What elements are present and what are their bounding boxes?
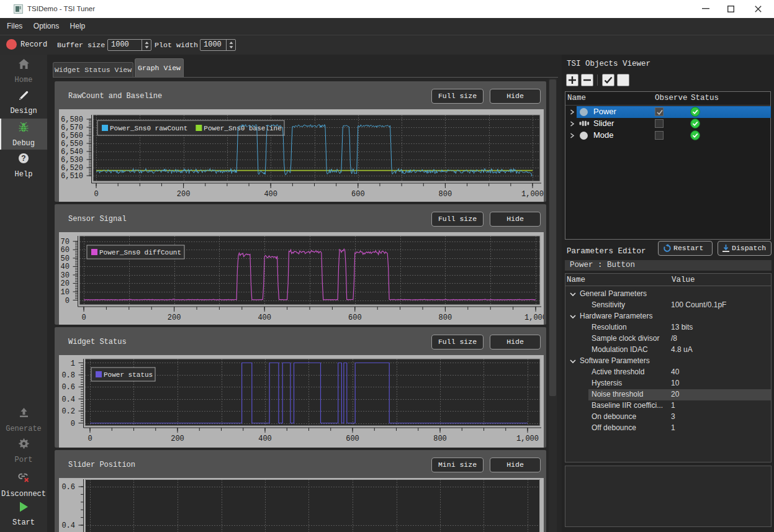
svg-text:6,530: 6,530: [61, 156, 83, 165]
svg-text:0.6: 0.6: [61, 383, 75, 392]
svg-text:Power_Sns0 diffCount: Power_Sns0 diffCount: [99, 249, 181, 256]
svg-text:40: 40: [61, 263, 70, 271]
svg-text:800: 800: [433, 435, 447, 443]
svg-text:6,560: 6,560: [61, 132, 83, 140]
svg-text:200: 200: [168, 313, 181, 322]
svg-text:600: 600: [351, 190, 365, 199]
svg-text:0: 0: [65, 297, 70, 305]
svg-text:6,570: 6,570: [61, 124, 83, 132]
svg-text:50: 50: [61, 255, 70, 263]
svg-text:0.2: 0.2: [61, 407, 75, 416]
svg-text:1,000: 1,000: [516, 435, 539, 443]
svg-text:20: 20: [61, 279, 70, 288]
svg-text:0.4: 0.4: [61, 395, 75, 404]
svg-text:10: 10: [61, 288, 70, 297]
svg-text:800: 800: [439, 190, 452, 199]
svg-text:0: 0: [88, 435, 92, 443]
svg-text:0.6: 0.6: [61, 483, 75, 492]
svg-text:200: 200: [177, 190, 191, 199]
svg-text:1,000: 1,000: [524, 313, 544, 322]
svg-text:6,550: 6,550: [61, 140, 83, 148]
svg-text:400: 400: [258, 435, 272, 443]
svg-text:1,000: 1,000: [521, 190, 544, 199]
svg-text:6,520: 6,520: [61, 164, 83, 173]
svg-text:6,540: 6,540: [61, 148, 83, 156]
svg-text:200: 200: [171, 435, 184, 443]
svg-text:70: 70: [61, 238, 70, 246]
svg-text:Power_Sns0 rawCount: Power_Sns0 rawCount: [110, 125, 187, 132]
svg-text:400: 400: [264, 190, 277, 199]
svg-text:0: 0: [81, 313, 86, 322]
svg-text:0: 0: [71, 420, 75, 428]
svg-text:800: 800: [439, 313, 452, 322]
svg-text:6,510: 6,510: [61, 172, 83, 181]
svg-text:0: 0: [94, 190, 98, 199]
svg-text:600: 600: [346, 435, 359, 443]
svg-text:1: 1: [71, 359, 75, 368]
svg-text:6,580: 6,580: [61, 115, 83, 124]
svg-text:400: 400: [258, 313, 271, 322]
svg-text:60: 60: [61, 246, 70, 255]
svg-text:0.8: 0.8: [61, 371, 75, 380]
svg-text:0.4: 0.4: [61, 521, 75, 530]
svg-text:?: ?: [21, 154, 25, 163]
svg-text:Power status: Power status: [104, 371, 153, 379]
svg-text:600: 600: [348, 313, 362, 322]
svg-text:30: 30: [61, 271, 70, 280]
